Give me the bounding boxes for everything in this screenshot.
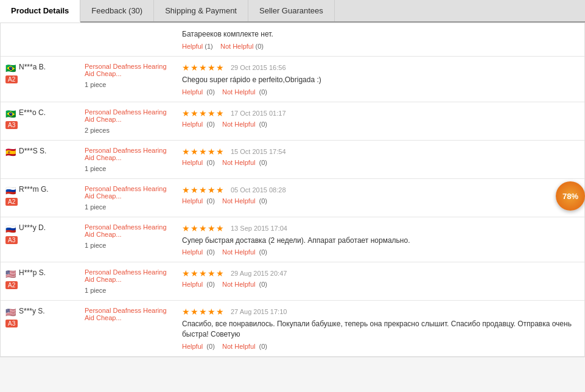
review-content-col: ★★★★★ 27 Aug 2015 17:10 Спасибо, все пон… — [182, 307, 580, 350]
not-helpful-label-partial[interactable]: Not Helpful — [220, 43, 253, 50]
product-name[interactable]: Personal Deafness Hearing Aid Cheap... — [85, 268, 177, 283]
tab-seller-guarantees[interactable]: Seller Guarantees — [248, 0, 335, 21]
product-name[interactable]: Personal Deafness Hearing Aid Cheap... — [85, 185, 177, 200]
tab-product-details[interactable]: Product Details — [0, 0, 80, 23]
reviewer-name: 🇺🇸 S***y S. — [5, 307, 80, 315]
review-text: Chegou super rápido e perfeito,Obrigada … — [182, 75, 580, 85]
helpful-button[interactable]: Helpful — [182, 88, 203, 96]
product-name[interactable]: Personal Deafness Hearing Aid Cheap... — [85, 108, 177, 123]
helpful-count: (0) — [205, 343, 215, 350]
product-name[interactable]: Personal Deafness Hearing Aid Cheap... — [85, 147, 177, 161]
tab-feedback[interactable]: Feedback (30) — [80, 0, 154, 21]
product-quantity: 1 piece — [85, 287, 177, 294]
review-content-col: ★★★★★ 29 Oct 2015 16:56 Chegou super ráp… — [182, 63, 580, 96]
reviewer-badge: A3 — [5, 121, 18, 129]
reviewer-name: 🇧🇷 N***a B. — [5, 63, 80, 71]
review-date: 17 Oct 2015 01:17 — [231, 110, 286, 117]
review-stars: ★★★★★ — [182, 147, 225, 156]
not-helpful-button[interactable]: Not Helpful — [222, 248, 255, 256]
review-content-col: ★★★★★ 05 Oct 2015 08:28 Helpful (0) Not … — [182, 185, 580, 205]
helpful-button[interactable]: Helpful — [182, 343, 203, 350]
product-quantity: 2 pieces — [85, 127, 177, 134]
helpful-row: Helpful (0) Not Helpful (0) — [182, 248, 580, 256]
not-helpful-button[interactable]: Not Helpful — [222, 343, 255, 350]
review-header: ★★★★★ 27 Aug 2015 17:10 — [182, 307, 580, 317]
review-header: ★★★★★ 05 Oct 2015 08:28 — [182, 185, 580, 195]
not-helpful-count: (0) — [257, 121, 268, 128]
not-helpful-button[interactable]: Not Helpful — [222, 197, 255, 205]
not-helpful-button[interactable]: Not Helpful — [222, 88, 255, 96]
review-stars: ★★★★★ — [182, 268, 225, 278]
review-row: 🇷🇺 U***y D. A3 Personal Deafness Hearing… — [1, 217, 584, 263]
reviewer-badge: A2 — [5, 281, 18, 289]
reviewer-name: 🇷🇺 R***m G. — [5, 185, 80, 194]
helpful-count: (0) — [205, 88, 215, 96]
scroll-progress-badge: 78% — [556, 181, 585, 211]
review-text: Супер быстрая доставка (2 недели). Аппар… — [182, 236, 580, 246]
helpful-button[interactable]: Helpful — [182, 281, 203, 288]
review-date: 15 Oct 2015 17:54 — [231, 148, 286, 155]
reviewer-badge: A3 — [5, 320, 18, 327]
review-text: Спасибо, все понравилось. Покупали бабуш… — [182, 319, 580, 340]
helpful-button[interactable]: Helpful — [182, 248, 203, 256]
reviewer-username: H***p S. — [19, 268, 46, 277]
product-name[interactable]: Personal Deafness Hearing Aid Cheap... — [85, 223, 177, 238]
reviewer-username: U***y D. — [19, 223, 46, 232]
not-helpful-button[interactable]: Not Helpful — [222, 281, 255, 288]
reviewer-username: R***m G. — [19, 185, 49, 194]
not-helpful-button[interactable]: Not Helpful — [222, 159, 255, 166]
helpful-row: Helpful (0) Not Helpful (0) — [182, 281, 580, 288]
helpful-button[interactable]: Helpful — [182, 197, 203, 205]
helpful-count: (0) — [205, 197, 215, 205]
review-header: ★★★★★ 29 Aug 2015 20:47 — [182, 268, 580, 278]
helpful-button[interactable]: Helpful — [182, 121, 203, 128]
review-text-partial: Батарееков комплекте нет. — [182, 29, 580, 40]
product-col: Personal Deafness Hearing Aid Cheap... — [85, 307, 182, 323]
review-row: 🇧🇷 E***o C. A3 Personal Deafness Hearing… — [1, 102, 584, 141]
reviewer-flag: 🇷🇺 — [5, 224, 16, 231]
not-helpful-count: (0) — [257, 343, 268, 350]
reviewer-username: N***a B. — [19, 63, 46, 71]
review-row-partial: Батарееков комплекте нет. Helpful (1) No… — [1, 23, 584, 57]
product-quantity: 1 piece — [85, 203, 177, 211]
not-helpful-count: (0) — [257, 281, 268, 288]
reviewer-username: E***o C. — [19, 108, 46, 117]
not-helpful-count: (0) — [257, 88, 268, 96]
reviewer-badge: A2 — [5, 198, 18, 206]
review-content-col: ★★★★★ 13 Sep 2015 17:04 Супер быстрая до… — [182, 223, 580, 256]
review-row: 🇷🇺 R***m G. A2 Personal Deafness Hearing… — [1, 179, 584, 217]
reviewer-col: 🇷🇺 R***m G. A2 — [5, 185, 85, 206]
product-name[interactable]: Personal Deafness Hearing Aid Cheap... — [85, 63, 177, 77]
reviewer-badge: A3 — [5, 236, 18, 244]
product-name[interactable]: Personal Deafness Hearing Aid Cheap... — [85, 307, 177, 321]
helpful-label-partial[interactable]: Helpful — [182, 43, 203, 50]
tab-shipping-payment[interactable]: Shipping & Payment — [154, 0, 248, 21]
review-stars: ★★★★★ — [182, 108, 225, 118]
product-col: Personal Deafness Hearing Aid Cheap... 2… — [85, 108, 182, 134]
helpful-button[interactable]: Helpful — [182, 159, 203, 166]
product-col: Personal Deafness Hearing Aid Cheap... 1… — [85, 223, 182, 249]
reviewer-col: 🇷🇺 U***y D. A3 — [5, 223, 85, 244]
helpful-row: Helpful (0) Not Helpful (0) — [182, 197, 580, 205]
review-date: 29 Oct 2015 16:56 — [231, 64, 286, 71]
reviewer-name: 🇷🇺 U***y D. — [5, 223, 80, 232]
review-stars: ★★★★★ — [182, 307, 225, 317]
review-stars: ★★★★★ — [182, 223, 225, 233]
reviewer-flag: 🇧🇷 — [5, 63, 16, 71]
reviewer-col: 🇪🇸 D***S S. — [5, 147, 85, 158]
helpful-count: (0) — [205, 248, 215, 256]
reviewer-col: 🇺🇸 S***y S. A3 — [5, 307, 85, 327]
product-quantity: 1 piece — [85, 242, 177, 249]
scroll-percent: 78% — [562, 192, 578, 201]
review-stars: ★★★★★ — [182, 185, 225, 195]
product-quantity: 1 piece — [85, 81, 177, 88]
not-helpful-count: (0) — [257, 248, 268, 256]
review-stars: ★★★★★ — [182, 63, 225, 72]
helpful-count: (0) — [205, 281, 215, 288]
not-helpful-button[interactable]: Not Helpful — [222, 121, 255, 128]
review-date: 29 Aug 2015 20:47 — [231, 270, 287, 277]
reviewer-username: S***y S. — [19, 307, 45, 315]
not-helpful-count: (0) — [257, 159, 268, 166]
reviewer-name: 🇺🇸 H***p S. — [5, 268, 80, 277]
helpful-row: Helpful (0) Not Helpful (0) — [182, 343, 580, 350]
